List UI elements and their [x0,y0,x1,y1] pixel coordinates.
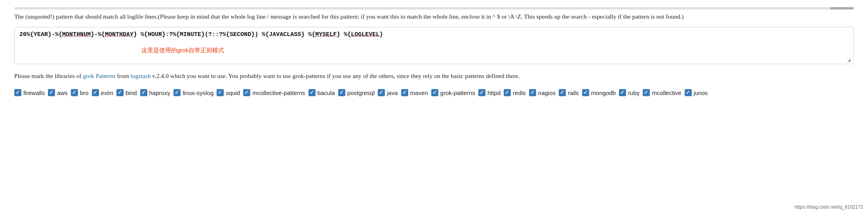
checkbox-redis[interactable] [504,89,511,96]
textarea-resize-handle[interactable]: ◢ [847,57,853,63]
myself-pattern: MYSELF [315,31,337,38]
checkbox-mcollective-patterns[interactable] [243,89,250,96]
checkbox-mongodb[interactable] [582,89,589,96]
checkbox-item-firewalls[interactable]: firewalls [14,87,45,98]
checkbox-item-mcollective-patterns[interactable]: mcollective-patterns [243,87,305,98]
libraries-paragraph: Please mark the libraries of grok Patter… [14,71,854,81]
logstash-link[interactable]: logstash [131,72,151,79]
checkbox-label-mongodb[interactable]: mongodb [591,87,616,98]
checkbox-label-bind[interactable]: bind [126,87,137,98]
checkbox-bind[interactable] [116,89,124,96]
checkbox-bro[interactable] [71,89,78,96]
checkbox-junos[interactable] [685,89,692,96]
checkbox-nagios[interactable] [529,89,536,96]
checkbox-label-java[interactable]: java [387,87,398,98]
scrollbar-thumb[interactable] [830,7,854,10]
monthnum-pattern: MONTHNUM [62,31,91,38]
checkbox-label-bacula[interactable]: bacula [318,87,335,98]
pattern-line: 20%{YEAR}-%{MONTHNUM}-%{MONTHDAY} %{HOUR… [15,27,853,40]
checkbox-item-httpd[interactable]: httpd [478,87,501,98]
checkbox-item-haproxy[interactable]: haproxy [140,87,170,98]
checkbox-item-grok-patterns[interactable]: grok-patterns [431,87,475,98]
page-wrapper: The (unquoted!) pattern that should matc… [0,0,868,105]
checkbox-rails[interactable] [559,89,566,96]
checkboxes-section: firewallsawsbroeximbindhaproxylinux-sysl… [14,87,854,98]
checkbox-grok-patterns[interactable] [431,89,438,96]
checkbox-item-postgresql[interactable]: postgresql [338,87,375,98]
checkbox-item-maven[interactable]: maven [401,87,428,98]
checkbox-item-redis[interactable]: redis [504,87,526,98]
checkbox-exim[interactable] [92,89,99,96]
checkbox-maven[interactable] [401,89,408,96]
checkbox-ruby[interactable] [619,89,626,96]
checkbox-item-linux-syslog[interactable]: linux-syslog [173,87,213,98]
top-scrollbar[interactable] [14,7,854,10]
monthday-pattern: MONTHDAY [105,31,133,38]
checkbox-label-postgresql[interactable]: postgresql [347,87,375,98]
description-text: The (unquoted!) pattern that should matc… [14,13,683,20]
checkbox-label-redis[interactable]: redis [513,87,526,98]
checkbox-item-bind[interactable]: bind [116,87,137,98]
libraries-text-after: v.2.4.0 which you want to use. You proba… [150,72,520,79]
checkbox-firewalls[interactable] [14,89,21,96]
checkbox-item-squid[interactable]: squid [217,87,240,98]
checkbox-label-grok-patterns[interactable]: grok-patterns [440,87,475,98]
grok-patterns-link[interactable]: grok Patterns [83,72,115,79]
checkbox-item-bro[interactable]: bro [71,87,89,98]
checkbox-java[interactable] [378,89,385,96]
checkbox-label-squid[interactable]: squid [226,87,240,98]
libraries-text-between: from [116,72,131,79]
checkbox-postgresql[interactable] [338,89,345,96]
checkbox-item-ruby[interactable]: ruby [619,87,640,98]
checkbox-linux-syslog[interactable] [173,89,181,96]
url-hint: https://blog.csdn.net/iq_8102171 [795,204,863,210]
checkbox-item-bacula[interactable]: bacula [308,87,335,98]
checkbox-httpd[interactable] [478,89,485,96]
checkbox-item-aws[interactable]: aws [48,87,68,98]
checkbox-squid[interactable] [217,89,224,96]
checkbox-label-ruby[interactable]: ruby [628,87,640,98]
checkbox-item-nagios[interactable]: nagios [529,87,556,98]
checkbox-label-firewalls[interactable]: firewalls [23,87,45,98]
checkbox-item-mcollective[interactable]: mcollective [643,87,681,98]
loglevel-pattern: LOGLEVEL [351,31,379,38]
checkbox-label-junos[interactable]: junos [694,87,708,98]
checkbox-label-mcollective[interactable]: mcollective [652,87,681,98]
checkbox-label-bro[interactable]: bro [80,87,89,98]
checkbox-label-haproxy[interactable]: haproxy [149,87,170,98]
chinese-annotation: 这里是使用的grok自带正则模式 [15,40,853,64]
checkbox-label-aws[interactable]: aws [57,87,68,98]
checkbox-label-linux-syslog[interactable]: linux-syslog [183,87,213,98]
checkbox-bacula[interactable] [308,89,316,96]
checkbox-label-exim[interactable]: exim [101,87,114,98]
checkbox-label-rails[interactable]: rails [568,87,579,98]
pattern-textarea-wrapper: 20%{YEAR}-%{MONTHNUM}-%{MONTHDAY} %{HOUR… [14,27,854,64]
libraries-text-before: Please mark the libraries of [14,72,83,79]
checkbox-item-junos[interactable]: junos [685,87,708,98]
checkbox-label-mcollective-patterns[interactable]: mcollective-patterns [252,87,305,98]
checkbox-item-rails[interactable]: rails [559,87,579,98]
checkbox-haproxy[interactable] [140,89,147,96]
checkbox-mcollective[interactable] [643,89,650,96]
checkbox-item-mongodb[interactable]: mongodb [582,87,616,98]
checkbox-item-exim[interactable]: exim [92,87,114,98]
description-paragraph: The (unquoted!) pattern that should matc… [14,12,854,21]
checkbox-item-java[interactable]: java [378,87,398,98]
checkbox-label-httpd[interactable]: httpd [487,87,501,98]
checkbox-label-maven[interactable]: maven [410,87,428,98]
checkbox-label-nagios[interactable]: nagios [538,87,556,98]
checkbox-aws[interactable] [48,89,55,96]
